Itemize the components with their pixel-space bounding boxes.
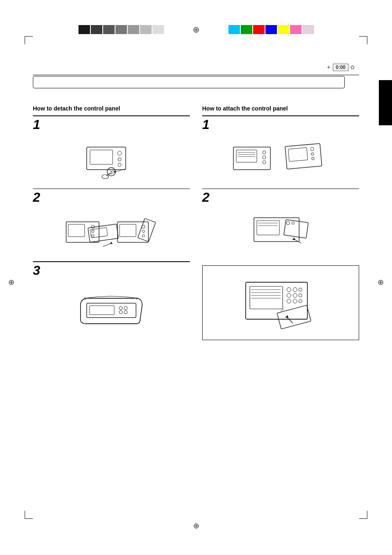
attach-step2-svg: [248, 210, 314, 255]
svg-point-52: [292, 222, 294, 224]
step2-divider: [33, 189, 190, 189]
corner-tl: [25, 36, 33, 44]
detach-step2-svg: [64, 210, 159, 255]
svg-rect-1: [90, 150, 113, 164]
svg-line-72: [287, 317, 293, 323]
red-bar: [253, 25, 265, 34]
svg-rect-48: [257, 221, 279, 235]
step3-number: 3: [33, 264, 190, 277]
step1-divider: [33, 115, 190, 116]
svg-rect-12: [68, 224, 85, 237]
svg-point-29: [124, 306, 127, 310]
bar-1: [78, 25, 90, 34]
corner-tr: [359, 36, 367, 44]
attach-step-2: 2: [202, 189, 359, 259]
attach-step-1: 1: [202, 115, 359, 186]
timer-area: ✦ 0:00 ✿: [326, 64, 355, 71]
svg-point-39: [263, 151, 266, 154]
svg-point-46: [311, 157, 314, 160]
attach-title: How to attach the control panel: [202, 105, 359, 112]
detach-step2-image: [33, 205, 190, 259]
svg-point-64: [299, 288, 302, 291]
attach-step2-divider: [202, 189, 359, 189]
svg-marker-19: [110, 242, 113, 244]
svg-rect-26: [87, 303, 136, 318]
svg-rect-56: [246, 282, 307, 319]
svg-point-62: [287, 288, 291, 292]
svg-point-41: [263, 161, 266, 164]
side-tab: [379, 80, 392, 125]
bar-2: [91, 25, 102, 34]
gear-icon: ✿: [350, 64, 355, 71]
detach-step3-image: [33, 279, 190, 336]
attach-step2-image: [202, 205, 359, 259]
svg-rect-20: [118, 222, 148, 242]
bar-6: [140, 25, 152, 34]
corner-bl: [25, 511, 33, 519]
svg-point-13: [91, 225, 95, 228]
svg-point-28: [119, 306, 122, 310]
light-bar: [302, 25, 314, 34]
svg-point-66: [293, 293, 297, 297]
svg-rect-11: [66, 222, 99, 242]
detach-step-1: 1: [33, 115, 190, 186]
step2-number: 2: [33, 191, 190, 204]
svg-rect-42: [285, 143, 322, 169]
svg-point-4: [118, 163, 121, 166]
yellow-bar: [278, 25, 289, 34]
top-color-bars: ⊕: [0, 25, 392, 35]
timer-display: 0:00: [333, 64, 348, 71]
detach-step1-image: [33, 133, 190, 186]
svg-rect-27: [90, 306, 114, 315]
svg-rect-21: [120, 224, 136, 237]
step3-divider: [33, 261, 190, 262]
svg-point-67: [299, 294, 302, 297]
svg-point-70: [299, 299, 302, 303]
svg-line-74: [281, 309, 284, 311]
header-banner: [33, 76, 345, 88]
svg-marker-73: [285, 315, 288, 318]
svg-rect-53: [284, 220, 309, 238]
pink-bar: [290, 25, 302, 34]
svg-point-15: [92, 235, 94, 237]
right-crosshair: ⊕: [378, 278, 384, 287]
center-crosshair: ⊕: [193, 25, 200, 35]
detach-step3-svg: [72, 283, 150, 332]
bar-3: [103, 25, 115, 34]
bar-5: [128, 25, 139, 34]
black-bars: [78, 25, 164, 34]
svg-marker-10: [113, 170, 115, 173]
svg-point-68: [287, 299, 291, 303]
header-rule: [33, 75, 359, 75]
attach-step1-number: 1: [202, 118, 359, 131]
svg-point-31: [124, 311, 127, 314]
svg-point-3: [118, 158, 121, 161]
detach-column: How to detach the control panel 1: [33, 105, 190, 514]
svg-marker-55: [292, 237, 295, 240]
svg-point-44: [310, 147, 314, 151]
attach-step1-image: [202, 133, 359, 186]
detach-title: How to detach the control panel: [33, 105, 190, 112]
main-content: How to detach the control panel 1: [33, 105, 359, 514]
attach-step1-svg: [231, 137, 330, 182]
note-svg: [240, 274, 322, 332]
svg-point-51: [286, 221, 290, 225]
svg-rect-34: [233, 147, 270, 170]
color-bars: [228, 25, 314, 34]
svg-point-40: [263, 156, 266, 159]
bar-4: [115, 25, 127, 34]
svg-point-63: [293, 288, 297, 292]
svg-rect-47: [254, 218, 299, 242]
corner-br: [359, 511, 367, 519]
svg-point-69: [293, 299, 297, 303]
note-illustration: [207, 270, 355, 336]
svg-point-2: [118, 151, 122, 155]
detach-step-2: 2: [33, 189, 190, 259]
bar-7: [152, 25, 164, 34]
svg-point-65: [287, 293, 291, 297]
svg-line-9: [115, 169, 126, 172]
svg-point-8: [102, 175, 108, 179]
svg-rect-16: [88, 224, 118, 242]
attach-column: How to attach the control panel 1: [202, 105, 359, 514]
attach-step2-number: 2: [202, 191, 359, 204]
